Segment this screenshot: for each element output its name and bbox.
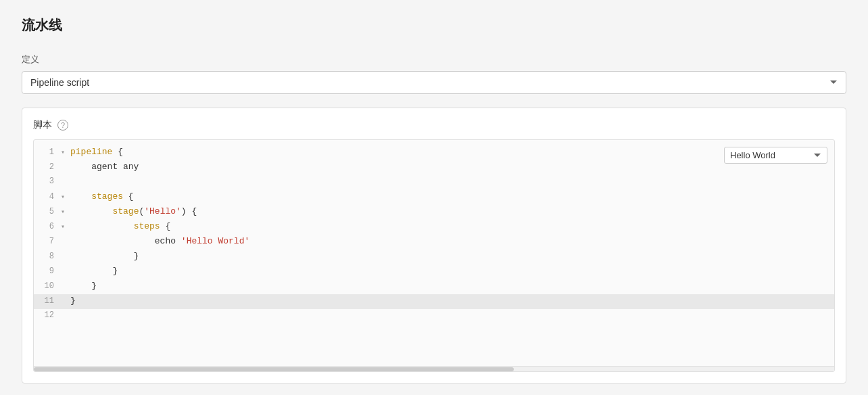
code-line-7: 7 echo 'Hello World' xyxy=(34,235,834,250)
code-line-3: 3 xyxy=(34,175,834,190)
code-line-4: 4 ▾ stages { xyxy=(34,190,834,205)
page-container: 流水线 定义 Pipeline script Pipeline script f… xyxy=(0,0,868,395)
definition-dropdown-wrapper: Pipeline script Pipeline script from SCM xyxy=(22,71,846,94)
code-line-1: 1 ▾ pipeline { xyxy=(34,145,834,160)
scrollbar-thumb xyxy=(34,367,514,371)
definition-label: 定义 xyxy=(22,53,846,66)
editor-area[interactable]: Hello World Scripted Pipeline Declarativ… xyxy=(33,139,835,372)
script-label: 脚本 xyxy=(33,119,52,131)
page-title: 流水线 xyxy=(22,16,846,34)
code-line-12: 12 xyxy=(34,309,834,324)
code-line-6: 6 ▾ steps { xyxy=(34,220,834,235)
code-line-2: 2 agent any xyxy=(34,160,834,175)
script-help-icon[interactable]: ? xyxy=(57,120,68,131)
code-line-5: 5 ▾ stage('Hello') { xyxy=(34,205,834,220)
code-line-9: 9 } xyxy=(34,264,834,279)
code-line-11: 11 } xyxy=(34,294,834,309)
code-line-empty-1 xyxy=(34,324,834,358)
template-dropdown[interactable]: Hello World Scripted Pipeline Declarativ… xyxy=(724,147,827,164)
editor-toolbar: Hello World Scripted Pipeline Declarativ… xyxy=(724,147,827,164)
code-line-8: 8 } xyxy=(34,250,834,264)
script-panel: 脚本 ? Hello World Scripted Pipeline Decla… xyxy=(22,108,846,384)
definition-dropdown[interactable]: Pipeline script Pipeline script from SCM xyxy=(22,71,846,94)
horizontal-scrollbar[interactable] xyxy=(34,366,834,371)
code-line-10: 10 } xyxy=(34,279,834,294)
code-editor: 1 ▾ pipeline { 2 agent any 3 xyxy=(34,140,834,363)
script-header: 脚本 ? xyxy=(33,119,835,131)
